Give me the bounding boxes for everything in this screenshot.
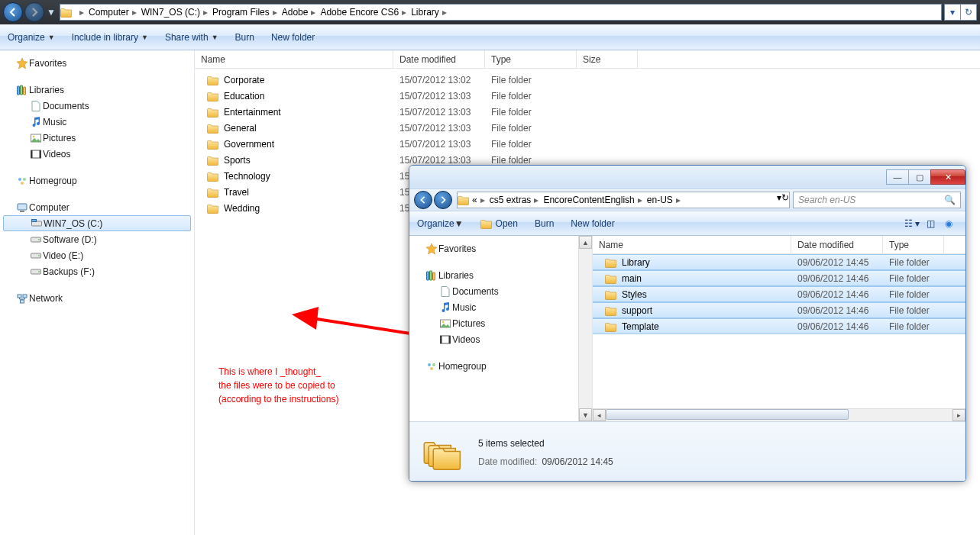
search-icon: 🔍 — [944, 195, 956, 205]
search-box[interactable]: Search en-US 🔍 — [793, 192, 961, 208]
scroll-right-button[interactable]: ▸ — [953, 409, 965, 421]
inner-libraries-header[interactable]: Libraries — [409, 267, 592, 283]
inner-toolbar: Organize▼ Open Burn New folder ☷ ▾ ◫ ◉ — [409, 211, 965, 236]
libraries-header[interactable]: Libraries — [0, 82, 194, 98]
breadcrumb-item[interactable]: Adobe Encore CS6▸ — [318, 5, 409, 20]
nav-documents[interactable]: Documents — [0, 98, 194, 114]
inner-new-folder-button[interactable]: New folder — [571, 218, 614, 229]
minimize-button[interactable]: — — [886, 169, 909, 185]
breadcrumb-item[interactable]: WIN7_OS (C:)▸ — [139, 5, 210, 20]
nav-drive-d[interactable]: Software (D:) — [0, 231, 194, 247]
breadcrumb-root-overflow[interactable]: «▸ — [470, 192, 487, 208]
burn-button[interactable]: Burn — [235, 32, 254, 43]
nav-history-dropdown[interactable]: ▼ — [46, 7, 57, 18]
scroll-down-button[interactable]: ▼ — [579, 408, 592, 421]
col-size[interactable]: Size — [577, 50, 638, 68]
inner-nav-pictures[interactable]: Pictures — [409, 315, 592, 331]
list-item[interactable]: Corporate15/07/2012 13:02File folder — [195, 72, 980, 88]
list-item[interactable]: support09/06/2012 14:46File folder — [593, 302, 965, 318]
inner-nav-back[interactable] — [414, 191, 432, 209]
breadcrumb-item[interactable]: Computer▸ — [86, 5, 139, 20]
list-item[interactable]: Education15/07/2012 13:03File folder — [195, 88, 980, 104]
list-item[interactable]: main09/06/2012 14:46File folder — [593, 270, 965, 286]
details-date-label: Date modified: — [478, 456, 537, 467]
search-placeholder: Search en-US — [798, 195, 855, 205]
address-dropdown[interactable]: ▾ — [944, 4, 961, 21]
inner-open-button[interactable]: Open — [480, 218, 518, 230]
folder-icon — [60, 6, 74, 18]
close-button[interactable]: ✕ — [930, 169, 965, 185]
homegroup-header[interactable]: Homegroup — [0, 172, 194, 189]
nav-drive-f[interactable]: Backups (F:) — [0, 263, 194, 279]
inner-favorites-header[interactable]: Favorites — [409, 240, 592, 256]
details-pane: 5 items selected Date modified:09/06/201… — [409, 421, 965, 482]
col-type[interactable]: Type — [485, 50, 577, 68]
inner-breadcrumb[interactable]: «▸ cs5 extras▸ EncoreContentEnglish▸ en-… — [457, 192, 790, 208]
col-name[interactable]: Name — [195, 50, 393, 68]
nav-back-button[interactable] — [3, 2, 23, 22]
breadcrumb-root[interactable]: ▸ — [74, 5, 86, 20]
main-address-bar: ▼ ▸ Computer▸ WIN7_OS (C:)▸ Program File… — [0, 0, 980, 24]
inner-file-list: Name Date modified Type Library09/06/201… — [593, 236, 965, 421]
new-folder-button[interactable]: New folder — [271, 32, 315, 43]
inner-homegroup-header[interactable]: Homegroup — [409, 358, 592, 374]
inner-nav-music[interactable]: Music — [409, 299, 592, 315]
computer-header[interactable]: Computer — [0, 199, 194, 215]
scrollbar-thumb[interactable] — [606, 409, 849, 420]
preview-pane-button[interactable]: ◫ — [921, 218, 940, 229]
list-item[interactable]: General15/07/2012 13:03File folder — [195, 120, 980, 136]
inner-nav-videos[interactable]: Videos — [409, 331, 592, 347]
organize-button[interactable]: Organize▼ — [8, 32, 55, 43]
folder-icon — [458, 194, 470, 206]
breadcrumb-item[interactable]: en-US▸ — [645, 192, 683, 208]
network-header[interactable]: Network — [0, 290, 194, 306]
main-toolbar: Organize▼ Include in library▼ Share with… — [0, 24, 980, 50]
scroll-left-button[interactable]: ◂ — [593, 409, 606, 421]
breadcrumb-item[interactable]: Program Files▸ — [210, 5, 280, 20]
inner-col-date[interactable]: Date modified — [791, 236, 883, 253]
maximize-button[interactable]: ▢ — [908, 169, 931, 185]
breadcrumb-item[interactable]: EncoreContentEnglish▸ — [541, 192, 644, 208]
nav-music[interactable]: Music — [0, 114, 194, 130]
nav-videos[interactable]: Videos — [0, 146, 194, 162]
details-title: 5 items selected — [478, 438, 613, 449]
navigation-pane: Favorites Libraries Documents Music Pict… — [0, 50, 195, 535]
inner-nav-forward[interactable] — [434, 191, 452, 209]
include-library-button[interactable]: Include in library▼ — [72, 32, 148, 43]
secondary-explorer-window: — ▢ ✕ «▸ cs5 extras▸ EncoreContentEnglis… — [409, 165, 966, 482]
list-item[interactable]: Government15/07/2012 13:03File folder — [195, 136, 980, 152]
titlebar[interactable]: — ▢ ✕ — [409, 166, 965, 189]
col-date[interactable]: Date modified — [393, 50, 485, 68]
share-with-button[interactable]: Share with▼ — [165, 32, 218, 43]
multi-folder-icon — [420, 431, 463, 474]
scroll-up-button[interactable]: ▲ — [579, 236, 592, 249]
list-item[interactable]: Entertainment15/07/2012 13:03File folder — [195, 104, 980, 120]
nav-drive-c[interactable]: WIN7_OS (C:) — [3, 215, 191, 231]
refresh-button[interactable]: ↻ — [960, 4, 977, 21]
inner-organize-button[interactable]: Organize▼ — [417, 218, 464, 229]
nav-pictures[interactable]: Pictures — [0, 130, 194, 146]
horizontal-scrollbar[interactable]: ◂ ▸ — [593, 408, 965, 421]
list-item[interactable]: Library09/06/2012 14:45File folder — [593, 254, 965, 270]
breadcrumb-item[interactable]: cs5 extras▸ — [487, 192, 542, 208]
inner-nav-documents[interactable]: Documents — [409, 283, 592, 299]
nav-forward-button[interactable] — [24, 2, 44, 22]
inner-navigation-pane: ▲ ▼ Favorites Libraries Documents Music … — [409, 236, 593, 421]
breadcrumb-bar[interactable]: ▸ Computer▸ WIN7_OS (C:)▸ Program Files▸… — [60, 4, 942, 21]
favorites-header[interactable]: Favorites — [0, 55, 194, 71]
breadcrumb-item[interactable]: Adobe▸ — [280, 5, 319, 20]
help-button[interactable]: ◉ — [940, 218, 958, 229]
breadcrumb-item[interactable]: Library▸ — [409, 5, 449, 20]
inner-col-type[interactable]: Type — [883, 236, 944, 253]
inner-address-bar: «▸ cs5 extras▸ EncoreContentEnglish▸ en-… — [409, 189, 965, 211]
list-item[interactable]: Template09/06/2012 14:46File folder — [593, 318, 965, 334]
inner-refresh-button[interactable]: ↻ — [781, 192, 789, 208]
annotation-text: This is where I _thought_ the files were… — [218, 365, 338, 406]
inner-burn-button[interactable]: Burn — [535, 218, 554, 229]
nav-drive-e[interactable]: Video (E:) — [0, 247, 194, 263]
details-date-value: 09/06/2012 14:45 — [542, 456, 613, 467]
view-options-button[interactable]: ☷ ▾ — [903, 218, 921, 229]
list-item[interactable]: Styles09/06/2012 14:46File folder — [593, 286, 965, 302]
inner-col-name[interactable]: Name — [593, 236, 791, 253]
